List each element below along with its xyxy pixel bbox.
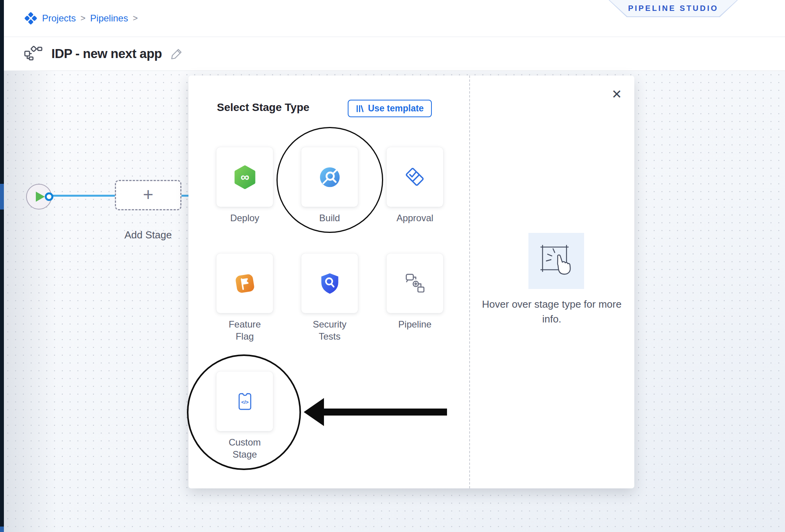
svg-text:</>: </>	[241, 399, 248, 405]
stage-type-custom-stage[interactable]: </> Custom Stage	[216, 372, 273, 460]
pipeline-studio-page: Projects > Pipelines > PIPELINE STUDIO I…	[0, 0, 785, 532]
feature-flag-icon	[233, 271, 257, 296]
hover-click-hand-illustration	[528, 233, 584, 289]
stage-type-approval[interactable]: Approval	[387, 147, 443, 224]
plus-icon: +	[143, 185, 153, 203]
stage-type-label: Build	[308, 212, 352, 224]
connector-port[interactable]	[45, 192, 53, 201]
stage-type-label: Pipeline	[393, 318, 437, 330]
stage-type-security-tests[interactable]: Security Tests	[301, 254, 358, 342]
breadcrumb-separator: >	[133, 13, 138, 23]
stage-type-label: Custom Stage	[223, 436, 267, 460]
custom-stage-icon: </>	[234, 391, 256, 412]
flow-line	[181, 195, 189, 197]
stage-type-deploy[interactable]: ∞ Deploy	[216, 147, 273, 224]
stage-type-label: Approval	[393, 212, 437, 224]
flow-line	[51, 195, 115, 197]
add-stage-node[interactable]: +	[115, 180, 181, 210]
stage-type-label: Security Tests	[308, 318, 352, 342]
left-nav-rail	[0, 0, 4, 532]
harness-project-icon[interactable]	[24, 12, 37, 25]
breadcrumb-separator: >	[81, 13, 86, 23]
pipeline-studio-badge: PIPELINE STUDIO	[609, 0, 738, 17]
rail-active-indicator	[0, 184, 4, 210]
stage-type-label: Feature Flag	[223, 318, 267, 342]
title-bar: IDP - new next app	[4, 37, 785, 71]
rail-bottom-indicator	[0, 527, 4, 532]
pipeline-stage-icon	[404, 272, 426, 295]
template-library-icon	[356, 104, 364, 113]
stage-type-label: Deploy	[223, 212, 267, 224]
stage-type-pipeline[interactable]: Pipeline	[387, 254, 443, 330]
close-icon[interactable]: ✕	[608, 86, 625, 103]
approval-icon	[403, 165, 427, 189]
panel-divider	[469, 76, 470, 488]
breadcrumb: Projects > Pipelines >	[24, 0, 138, 37]
stage-type-feature-flag[interactable]: Feature Flag	[216, 254, 273, 342]
use-template-button[interactable]: Use template	[348, 100, 432, 117]
stage-type-build[interactable]: Build	[301, 147, 358, 224]
build-icon	[318, 166, 341, 189]
play-icon	[36, 192, 45, 202]
modal-title: Select Stage Type	[217, 101, 310, 114]
breadcrumb-link-projects[interactable]: Projects	[42, 13, 76, 24]
add-stage-label: Add Stage	[115, 229, 181, 241]
deploy-icon: ∞	[233, 165, 257, 189]
edit-title-pencil-icon[interactable]	[171, 48, 183, 60]
select-stage-type-modal: Select Stage Type Use template ✕	[188, 76, 634, 488]
breadcrumb-link-pipelines[interactable]: Pipelines	[90, 13, 128, 24]
pipeline-studio-badge-label: PIPELINE STUDIO	[628, 4, 718, 13]
svg-text:∞: ∞	[240, 170, 249, 183]
security-tests-icon	[319, 272, 341, 295]
page-title: IDP - new next app	[51, 46, 162, 61]
info-panel-text: Hover over stage type for more info.	[474, 297, 630, 326]
pipeline-flow-icon	[24, 46, 43, 62]
